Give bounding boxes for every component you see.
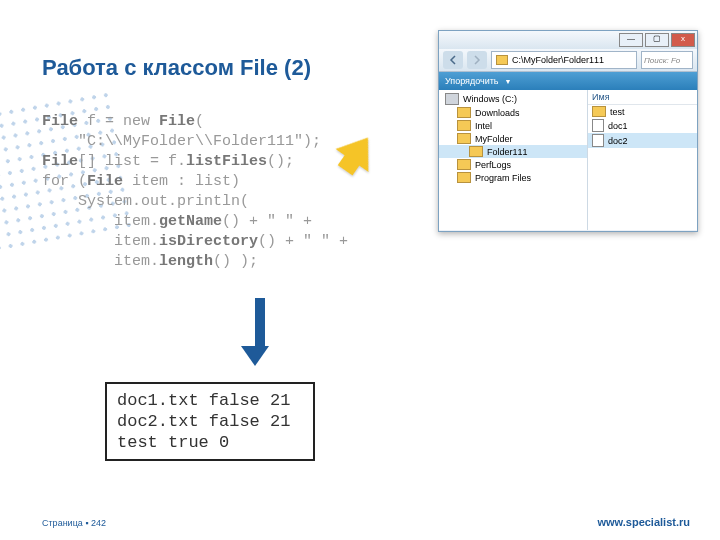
- tree-item[interactable]: Windows (C:): [439, 92, 587, 106]
- tree-item[interactable]: Program Files: [439, 171, 587, 184]
- address-bar: C:\MyFolder\Folder111 Поиск: Fo: [439, 49, 697, 72]
- file-icon: [592, 134, 604, 147]
- toolbar: Упорядочить ▼: [439, 72, 697, 90]
- file-item-label: doc2: [608, 136, 628, 146]
- folder-icon: [496, 55, 508, 65]
- chevron-down-icon: ▼: [505, 78, 512, 85]
- file-icon: [592, 119, 604, 132]
- drive-icon: [445, 93, 459, 105]
- code-line: item.isDirectory() + " " +: [42, 232, 348, 252]
- tree-item[interactable]: Intel: [439, 119, 587, 132]
- tree-item[interactable]: MyFolder: [439, 132, 587, 145]
- folder-icon: [457, 159, 471, 170]
- address-field[interactable]: C:\MyFolder\Folder111: [491, 51, 637, 69]
- folder-icon: [457, 120, 471, 131]
- titlebar: — ▢ x: [439, 31, 697, 49]
- file-item-label: doc1: [608, 121, 628, 131]
- page-number: Страница ▪ 242: [42, 518, 106, 528]
- site-url: www.specialist.ru: [597, 516, 690, 528]
- folder-icon: [592, 106, 606, 117]
- tree-item-label: Windows (C:): [463, 94, 517, 104]
- tree-item[interactable]: Downloads: [439, 106, 587, 119]
- folder-tree: Windows (C:)DownloadsIntelMyFolderFolder…: [439, 90, 588, 230]
- explorer-window: — ▢ x C:\MyFolder\Folder111 Поиск: Fo Уп…: [438, 30, 698, 232]
- folder-icon: [457, 133, 471, 144]
- forward-arrow-icon: [472, 55, 482, 65]
- folder-icon: [457, 107, 471, 118]
- file-item[interactable]: doc1: [588, 118, 697, 133]
- code-line: for (File item : list): [42, 172, 348, 192]
- slide-title: Работа с классом File (2): [42, 55, 311, 81]
- address-text: C:\MyFolder\Folder111: [512, 55, 604, 65]
- file-item-label: test: [610, 107, 625, 117]
- tree-item[interactable]: Folder111: [439, 145, 587, 158]
- code-line: System.out.println(: [42, 192, 348, 212]
- forward-button[interactable]: [467, 51, 487, 69]
- folder-icon: [469, 146, 483, 157]
- tree-item-label: Program Files: [475, 173, 531, 183]
- code-line: item.length() );: [42, 252, 348, 272]
- file-list: Имя testdoc1doc2: [588, 90, 697, 230]
- tree-item-label: PerfLogs: [475, 160, 511, 170]
- tree-item-label: Folder111: [487, 147, 528, 157]
- file-item[interactable]: doc2: [588, 133, 697, 148]
- code-block: File f = new File( "C:\\MyFolder\\Folder…: [42, 112, 348, 272]
- maximize-button[interactable]: ▢: [645, 33, 669, 47]
- file-item[interactable]: test: [588, 105, 697, 118]
- output-box: doc1.txt false 21 doc2.txt false 21 test…: [105, 382, 315, 461]
- code-line: item.getName() + " " +: [42, 212, 348, 232]
- tree-item-label: MyFolder: [475, 134, 513, 144]
- tree-item-label: Downloads: [475, 108, 520, 118]
- minimize-button[interactable]: —: [619, 33, 643, 47]
- code-line: "C:\\MyFolder\\Folder111");: [42, 132, 348, 152]
- close-button[interactable]: x: [671, 33, 695, 47]
- code-line: File[] list = f.listFiles();: [42, 152, 348, 172]
- folder-icon: [457, 172, 471, 183]
- back-arrow-icon: [448, 55, 458, 65]
- back-button[interactable]: [443, 51, 463, 69]
- search-field[interactable]: Поиск: Fo: [641, 51, 693, 69]
- column-header[interactable]: Имя: [588, 90, 697, 105]
- down-arrow-icon: [250, 298, 269, 366]
- tree-item-label: Intel: [475, 121, 492, 131]
- code-line: File f = new File(: [42, 112, 348, 132]
- organize-menu[interactable]: Упорядочить: [445, 76, 499, 86]
- tree-item[interactable]: PerfLogs: [439, 158, 587, 171]
